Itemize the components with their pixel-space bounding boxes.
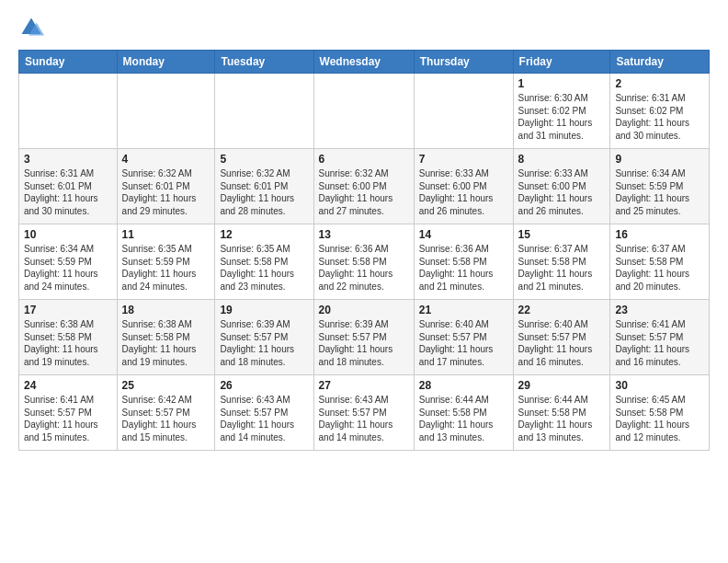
day-info: Sunrise: 6:35 AM Sunset: 5:58 PM Dayligh…	[220, 243, 308, 293]
day-number: 30	[615, 379, 704, 392]
day-number: 17	[24, 304, 112, 316]
day-number: 3	[24, 153, 112, 166]
calendar-cell	[215, 74, 313, 149]
day-info: Sunrise: 6:39 AM Sunset: 5:57 PM Dayligh…	[220, 318, 308, 368]
day-number: 15	[518, 228, 606, 241]
calendar-cell: 21Sunrise: 6:40 AM Sunset: 5:57 PM Dayli…	[414, 300, 513, 375]
calendar-cell: 29Sunrise: 6:44 AM Sunset: 5:58 PM Dayli…	[513, 375, 610, 451]
day-info: Sunrise: 6:31 AM Sunset: 6:01 PM Dayligh…	[24, 167, 112, 217]
calendar-cell: 3Sunrise: 6:31 AM Sunset: 6:01 PM Daylig…	[19, 149, 118, 224]
calendar-cell: 4Sunrise: 6:32 AM Sunset: 6:01 PM Daylig…	[117, 149, 215, 224]
day-info: Sunrise: 6:38 AM Sunset: 5:58 PM Dayligh…	[24, 318, 112, 368]
calendar-week-1: 1Sunrise: 6:30 AM Sunset: 6:02 PM Daylig…	[19, 74, 710, 149]
day-info: Sunrise: 6:41 AM Sunset: 5:57 PM Dayligh…	[615, 318, 704, 368]
weekday-header-wednesday: Wednesday	[313, 51, 414, 74]
day-number: 14	[419, 228, 508, 241]
calendar-cell: 17Sunrise: 6:38 AM Sunset: 5:58 PM Dayli…	[19, 300, 118, 375]
page: SundayMondayTuesdayWednesdayThursdayFrid…	[0, 0, 728, 460]
day-info: Sunrise: 6:37 AM Sunset: 5:58 PM Dayligh…	[518, 243, 606, 293]
weekday-header-monday: Monday	[117, 51, 215, 74]
calendar-cell: 1Sunrise: 6:30 AM Sunset: 6:02 PM Daylig…	[513, 74, 610, 149]
calendar-cell: 27Sunrise: 6:43 AM Sunset: 5:57 PM Dayli…	[313, 375, 414, 451]
day-number: 12	[220, 228, 308, 241]
calendar-cell: 5Sunrise: 6:32 AM Sunset: 6:01 PM Daylig…	[215, 149, 313, 224]
calendar: SundayMondayTuesdayWednesdayThursdayFrid…	[18, 50, 710, 451]
day-info: Sunrise: 6:30 AM Sunset: 6:02 PM Dayligh…	[518, 92, 606, 142]
weekday-row: SundayMondayTuesdayWednesdayThursdayFrid…	[19, 51, 710, 74]
calendar-body: 1Sunrise: 6:30 AM Sunset: 6:02 PM Daylig…	[19, 74, 710, 451]
day-info: Sunrise: 6:34 AM Sunset: 5:59 PM Dayligh…	[615, 167, 704, 217]
calendar-header: SundayMondayTuesdayWednesdayThursdayFrid…	[19, 51, 710, 74]
day-info: Sunrise: 6:43 AM Sunset: 5:57 PM Dayligh…	[319, 394, 409, 443]
day-number: 20	[319, 304, 409, 316]
day-info: Sunrise: 6:36 AM Sunset: 5:58 PM Dayligh…	[319, 243, 409, 293]
day-number: 23	[615, 304, 704, 316]
day-number: 26	[220, 379, 308, 392]
day-info: Sunrise: 6:33 AM Sunset: 6:00 PM Dayligh…	[518, 167, 606, 217]
day-info: Sunrise: 6:41 AM Sunset: 5:57 PM Dayligh…	[24, 394, 112, 443]
day-number: 10	[24, 228, 112, 241]
day-number: 11	[122, 228, 210, 241]
calendar-cell: 12Sunrise: 6:35 AM Sunset: 5:58 PM Dayli…	[215, 224, 313, 300]
calendar-cell: 25Sunrise: 6:42 AM Sunset: 5:57 PM Dayli…	[117, 375, 215, 451]
day-info: Sunrise: 6:39 AM Sunset: 5:57 PM Dayligh…	[319, 318, 409, 368]
day-number: 1	[518, 77, 606, 90]
day-info: Sunrise: 6:35 AM Sunset: 5:59 PM Dayligh…	[122, 243, 210, 293]
day-number: 25	[122, 379, 210, 392]
calendar-cell: 30Sunrise: 6:45 AM Sunset: 5:58 PM Dayli…	[610, 375, 710, 451]
calendar-cell	[19, 74, 118, 149]
calendar-cell: 7Sunrise: 6:33 AM Sunset: 6:00 PM Daylig…	[414, 149, 513, 224]
day-info: Sunrise: 6:31 AM Sunset: 6:02 PM Dayligh…	[615, 92, 704, 142]
day-number: 29	[518, 379, 606, 392]
calendar-cell: 14Sunrise: 6:36 AM Sunset: 5:58 PM Dayli…	[414, 224, 513, 300]
calendar-cell: 28Sunrise: 6:44 AM Sunset: 5:58 PM Dayli…	[414, 375, 513, 451]
calendar-cell: 19Sunrise: 6:39 AM Sunset: 5:57 PM Dayli…	[215, 300, 313, 375]
calendar-week-2: 3Sunrise: 6:31 AM Sunset: 6:01 PM Daylig…	[19, 149, 710, 224]
day-info: Sunrise: 6:40 AM Sunset: 5:57 PM Dayligh…	[419, 318, 508, 368]
weekday-header-sunday: Sunday	[19, 51, 118, 74]
day-info: Sunrise: 6:44 AM Sunset: 5:58 PM Dayligh…	[518, 394, 606, 443]
calendar-cell	[414, 74, 513, 149]
day-info: Sunrise: 6:40 AM Sunset: 5:57 PM Dayligh…	[518, 318, 606, 368]
calendar-cell: 16Sunrise: 6:37 AM Sunset: 5:58 PM Dayli…	[610, 224, 710, 300]
weekday-header-thursday: Thursday	[414, 51, 513, 74]
day-info: Sunrise: 6:42 AM Sunset: 5:57 PM Dayligh…	[122, 394, 210, 443]
calendar-cell	[313, 74, 414, 149]
day-number: 6	[319, 153, 409, 166]
calendar-cell: 15Sunrise: 6:37 AM Sunset: 5:58 PM Dayli…	[513, 224, 610, 300]
day-info: Sunrise: 6:36 AM Sunset: 5:58 PM Dayligh…	[419, 243, 508, 293]
day-number: 13	[319, 228, 409, 241]
day-number: 24	[24, 379, 112, 392]
day-info: Sunrise: 6:34 AM Sunset: 5:59 PM Dayligh…	[24, 243, 112, 293]
calendar-cell: 26Sunrise: 6:43 AM Sunset: 5:57 PM Dayli…	[215, 375, 313, 451]
day-number: 7	[419, 153, 508, 166]
weekday-header-friday: Friday	[513, 51, 610, 74]
calendar-cell: 6Sunrise: 6:32 AM Sunset: 6:00 PM Daylig…	[313, 149, 414, 224]
calendar-week-5: 24Sunrise: 6:41 AM Sunset: 5:57 PM Dayli…	[19, 375, 710, 451]
day-info: Sunrise: 6:32 AM Sunset: 6:01 PM Dayligh…	[122, 167, 210, 217]
logo-icon	[18, 15, 44, 40]
day-info: Sunrise: 6:43 AM Sunset: 5:57 PM Dayligh…	[220, 394, 308, 443]
calendar-cell: 8Sunrise: 6:33 AM Sunset: 6:00 PM Daylig…	[513, 149, 610, 224]
day-number: 4	[122, 153, 210, 166]
calendar-cell: 24Sunrise: 6:41 AM Sunset: 5:57 PM Dayli…	[19, 375, 118, 451]
day-number: 28	[419, 379, 508, 392]
day-info: Sunrise: 6:37 AM Sunset: 5:58 PM Dayligh…	[615, 243, 704, 293]
day-number: 18	[122, 304, 210, 316]
day-number: 8	[518, 153, 606, 166]
calendar-cell: 10Sunrise: 6:34 AM Sunset: 5:59 PM Dayli…	[19, 224, 118, 300]
calendar-cell: 22Sunrise: 6:40 AM Sunset: 5:57 PM Dayli…	[513, 300, 610, 375]
day-info: Sunrise: 6:45 AM Sunset: 5:58 PM Dayligh…	[615, 394, 704, 443]
day-number: 16	[615, 228, 704, 241]
day-number: 9	[615, 153, 704, 166]
calendar-cell	[117, 74, 215, 149]
calendar-week-4: 17Sunrise: 6:38 AM Sunset: 5:58 PM Dayli…	[19, 300, 710, 375]
day-number: 22	[518, 304, 606, 316]
day-number: 27	[319, 379, 409, 392]
day-number: 21	[419, 304, 508, 316]
calendar-cell: 23Sunrise: 6:41 AM Sunset: 5:57 PM Dayli…	[610, 300, 710, 375]
calendar-week-3: 10Sunrise: 6:34 AM Sunset: 5:59 PM Dayli…	[19, 224, 710, 300]
day-number: 19	[220, 304, 308, 316]
logo	[18, 15, 48, 40]
day-info: Sunrise: 6:32 AM Sunset: 6:00 PM Dayligh…	[319, 167, 409, 217]
